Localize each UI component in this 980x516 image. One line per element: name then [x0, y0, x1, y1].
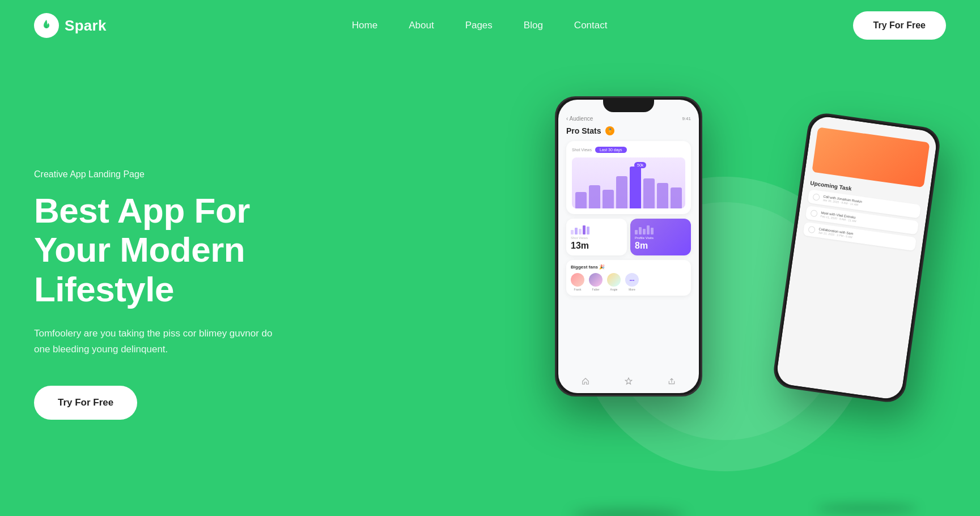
fan-name-2: Falter [592, 288, 600, 291]
phone-back: Upcoming Task Call with Jonathan Ruskin … [771, 111, 942, 404]
bottom-nav-share [667, 376, 677, 386]
brand-name: Spark [65, 17, 107, 35]
phone-front-screen: ‹ Audience 9:41 Pro Stats 🏅 Shot Views [558, 100, 699, 393]
phone-back-screen: Upcoming Task Call with Jonathan Ruskin … [775, 115, 938, 400]
fan-avatar-3 [607, 273, 621, 287]
nav-pages[interactable]: Pages [465, 20, 493, 31]
bar-3 [603, 190, 614, 208]
hero-title: Best App For Your Modern Lifestyle [34, 191, 329, 309]
fan-1: Frank [571, 273, 584, 291]
phone-front-shadow [572, 510, 685, 516]
bar-5 [630, 167, 641, 208]
phones-area: Upcoming Task Call with Jonathan Ruskin … [470, 51, 980, 516]
pro-badge: 🏅 [605, 126, 614, 135]
bar-4 [616, 176, 627, 208]
bar-1 [575, 192, 587, 208]
hero-content: Creative App Landing Page Best App For Y… [34, 158, 329, 420]
nav-blog[interactable]: Blog [524, 20, 543, 31]
bar-6 [643, 178, 655, 208]
phone-bottom-nav [558, 376, 699, 386]
bottom-nav-star [623, 376, 634, 386]
screen-time: 9:41 [682, 116, 691, 121]
nav-home[interactable]: Home [352, 20, 377, 31]
stat-label-2: Profile Visits [635, 236, 686, 240]
stat-value-2: 8m [635, 241, 686, 251]
fan-name-3: Angie [610, 288, 618, 291]
hero-section: Creative App Landing Page Best App For Y… [0, 51, 980, 515]
fans-row: Frank Falter Angie ••• [571, 273, 686, 291]
nav-contact[interactable]: Contact [574, 20, 608, 31]
fan-name-more: More [629, 288, 635, 291]
fans-section: Biggest fans 🎉 Frank Falter [566, 260, 691, 296]
stat-shot-views: Shot Views 13m [566, 219, 627, 255]
task-check-2 [810, 210, 818, 218]
phone-front: ‹ Audience 9:41 Pro Stats 🏅 Shot Views [555, 96, 702, 396]
logo[interactable]: Spark [34, 13, 107, 38]
chart-tab-active: Last 30 days [595, 147, 627, 153]
chart-area: 50k [572, 157, 685, 208]
chart-bars [572, 157, 685, 208]
chart-bubble: 50k [634, 162, 646, 168]
fans-title: Biggest fans 🎉 [571, 265, 686, 270]
phone-notch [603, 100, 654, 112]
phone-back-shadow [816, 504, 918, 513]
hero-description: Tomfoolery are you taking the piss cor b… [34, 326, 278, 357]
stats-row: Shot Views 13m Profile Visits [566, 219, 691, 255]
stat-value-1: 13m [571, 241, 622, 251]
screen-pro-stats-title: Pro Stats [566, 126, 601, 135]
task-check-3 [808, 226, 816, 234]
bar-7 [657, 183, 668, 208]
fan-2: Falter [589, 273, 603, 291]
hero-subtitle: Creative App Landing Page [34, 169, 329, 180]
bar-8 [671, 187, 682, 208]
fan-3: Angie [607, 273, 621, 291]
chart-card: Shot Views Last 30 days 50k [566, 141, 691, 214]
screen-back-arrow: ‹ Audience [566, 116, 593, 122]
fan-avatar-1 [571, 273, 584, 287]
nav-about[interactable]: About [409, 20, 434, 31]
bar-2 [589, 185, 600, 208]
fan-name-1: Frank [574, 288, 582, 291]
hero-cta-button[interactable]: Try For Free [34, 386, 137, 420]
fan-more: ••• More [625, 273, 639, 291]
bottom-nav-home [580, 376, 591, 386]
stat-label-1: Shot Views [571, 236, 622, 240]
nav-links: Home About Pages Blog Contact [352, 20, 608, 31]
chart-tab-inactive: Shot Views [572, 148, 592, 152]
task-check-1 [812, 193, 820, 201]
logo-icon [34, 13, 59, 38]
nav-cta-button[interactable]: Try For Free [853, 11, 946, 40]
fan-avatar-2 [589, 273, 603, 287]
navbar: Spark Home About Pages Blog Contact Try … [0, 0, 980, 51]
stat-profile-visits: Profile Visits 8m [630, 219, 691, 255]
fan-more-icon: ••• [625, 273, 639, 287]
